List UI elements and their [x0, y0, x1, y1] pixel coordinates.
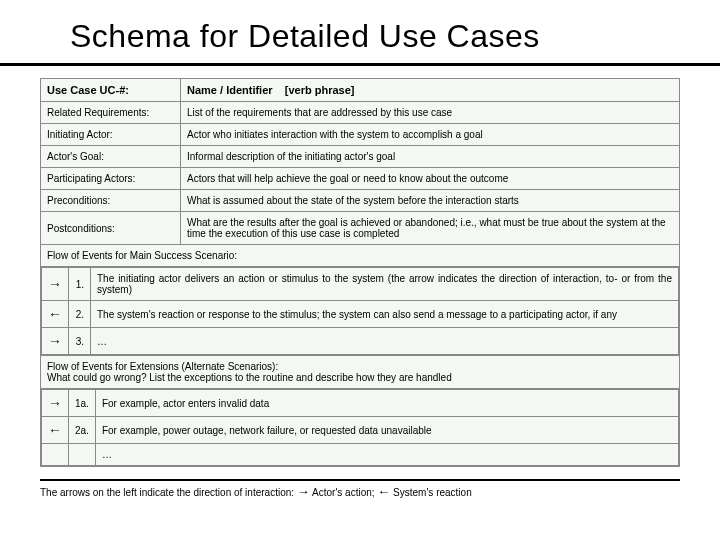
desc: Actor who initiates interaction with the…	[181, 124, 680, 146]
page-title: Schema for Detailed Use Cases	[0, 0, 720, 63]
arrow-icon	[42, 444, 69, 466]
arrow-right-icon: →	[297, 484, 310, 499]
row-preconditions: Preconditions: What is assumed about the…	[41, 190, 680, 212]
row-participating-actors: Participating Actors: Actors that will h…	[41, 168, 680, 190]
arrow-left-icon: ←	[42, 417, 69, 444]
footer-system-reaction: System's reaction	[393, 487, 472, 498]
header-name-label: Name / Identifier	[187, 84, 273, 96]
step-text: The initiating actor delivers an action …	[91, 268, 679, 301]
desc: Actors that will help achieve the goal o…	[181, 168, 680, 190]
flow-main-header: Flow of Events for Main Success Scenario…	[41, 245, 680, 267]
label: Related Requirements:	[41, 102, 181, 124]
flow-ext-steps: → 1a. For example, actor enters invalid …	[41, 389, 680, 467]
step-number: 1.	[69, 268, 91, 301]
step-text: …	[95, 444, 678, 466]
step-number	[69, 444, 96, 466]
header-name-identifier: Name / Identifier [verb phrase]	[181, 79, 680, 102]
row-related-requirements: Related Requirements: List of the requir…	[41, 102, 680, 124]
flow-ext-header-line2: What could go wrong? List the exceptions…	[47, 372, 673, 383]
label: Participating Actors:	[41, 168, 181, 190]
step-text: For example, power outage, network failu…	[95, 417, 678, 444]
flow-main-step: ← 2. The system's reaction or response t…	[42, 301, 679, 328]
step-number: 2a.	[69, 417, 96, 444]
title-divider	[0, 63, 720, 66]
step-text: …	[91, 328, 679, 355]
flow-ext-header-line1: Flow of Events for Extensions (Alternate…	[47, 361, 673, 372]
row-actors-goal: Actor's Goal: Informal description of th…	[41, 146, 680, 168]
flow-ext-header: Flow of Events for Extensions (Alternate…	[41, 356, 680, 389]
step-text: The system's reaction or response to the…	[91, 301, 679, 328]
desc: List of the requirements that are addres…	[181, 102, 680, 124]
step-text: For example, actor enters invalid data	[95, 390, 678, 417]
label: Actor's Goal:	[41, 146, 181, 168]
footer-note: The arrows on the left indicate the dire…	[40, 479, 680, 499]
desc: What is assumed about the state of the s…	[181, 190, 680, 212]
header-usecase-id: Use Case UC-#:	[41, 79, 181, 102]
label: Preconditions:	[41, 190, 181, 212]
arrow-right-icon: →	[42, 268, 69, 301]
footer-actor-action: Actor's action;	[312, 487, 377, 498]
flow-ext-step: → 1a. For example, actor enters invalid …	[42, 390, 679, 417]
header-verb-phrase: [verb phrase]	[285, 84, 355, 96]
flow-main-header-text: Flow of Events for Main Success Scenario…	[41, 245, 680, 267]
footer-prefix: The arrows on the left indicate the dire…	[40, 487, 297, 498]
arrow-right-icon: →	[42, 390, 69, 417]
flow-ext-step: ← 2a. For example, power outage, network…	[42, 417, 679, 444]
row-postconditions: Postconditions: What are the results aft…	[41, 212, 680, 245]
desc: What are the results after the goal is a…	[181, 212, 680, 245]
step-number: 3.	[69, 328, 91, 355]
step-number: 1a.	[69, 390, 96, 417]
flow-main-steps: → 1. The initiating actor delivers an ac…	[41, 267, 680, 356]
label: Postconditions:	[41, 212, 181, 245]
arrow-left-icon: ←	[42, 301, 69, 328]
flow-main-step: → 3. …	[42, 328, 679, 355]
desc: Informal description of the initiating a…	[181, 146, 680, 168]
schema-table: Use Case UC-#: Name / Identifier [verb p…	[40, 78, 680, 467]
header-row: Use Case UC-#: Name / Identifier [verb p…	[41, 79, 680, 102]
arrow-right-icon: →	[42, 328, 69, 355]
arrow-left-icon: ←	[377, 484, 390, 499]
step-number: 2.	[69, 301, 91, 328]
flow-ext-step: …	[42, 444, 679, 466]
row-initiating-actor: Initiating Actor: Actor who initiates in…	[41, 124, 680, 146]
label: Initiating Actor:	[41, 124, 181, 146]
flow-main-step: → 1. The initiating actor delivers an ac…	[42, 268, 679, 301]
